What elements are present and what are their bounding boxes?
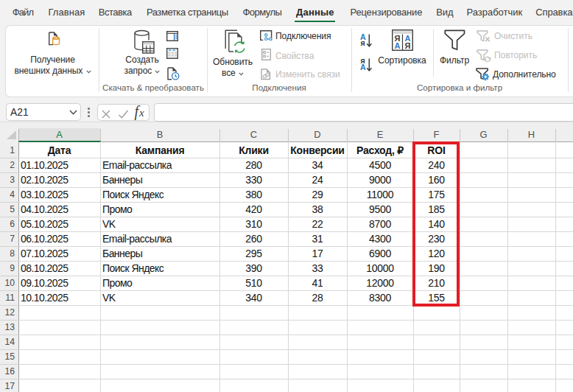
svg-text:Я: Я	[404, 41, 410, 50]
svg-text:А: А	[360, 63, 366, 71]
svg-text:я: я	[361, 38, 365, 47]
svg-text:А: А	[394, 41, 400, 50]
